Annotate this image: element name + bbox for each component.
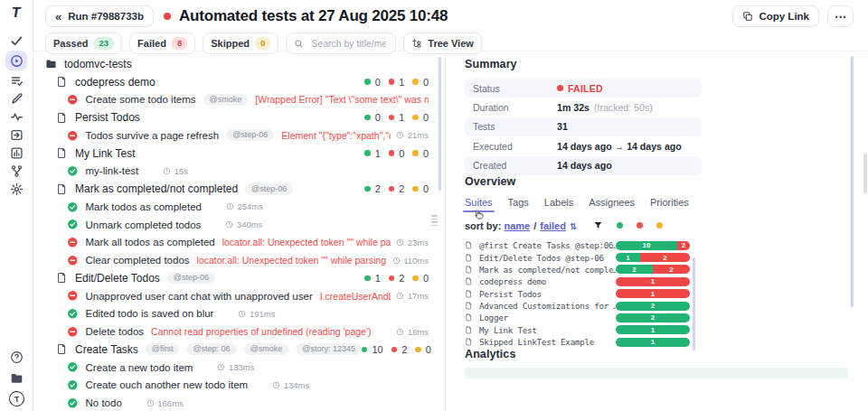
tab-tags[interactable]: Tags [508,197,529,208]
sort-by-label: sort by: [465,220,501,231]
failed-dot [389,79,395,85]
tree-row-test[interactable]: Create ouch another new todo item134ms [45,377,429,395]
suite-result-row[interactable]: Edit/Delete Todos @step-0612 [465,251,690,263]
tree-row-test[interactable]: Mark all todos as completedlocator.all: … [45,234,429,252]
tree-row-test[interactable]: Unmark completed todos340ms [45,216,429,234]
sidebar-item-branches[interactable] [5,162,27,180]
sidebar-item-editor[interactable] [5,89,27,107]
suite-result-row[interactable]: Skipped LinkTest Example1 [465,336,690,348]
suite-list-scrollbar[interactable] [693,257,695,350]
doc-icon [465,313,473,322]
tree-row-test[interactable]: Delete todosCannot read properties of un… [45,322,429,341]
tree-row-suite[interactable]: Create Tasks@first@step: 06@smoke@story:… [45,341,429,359]
tree-row-suite[interactable]: codepress demo010 [45,73,429,91]
tab-assignees[interactable]: Assignees [589,197,635,208]
page-scrollbar-thumb[interactable] [863,154,867,193]
tree-row-test[interactable]: No todo166ms [45,394,429,411]
doc-icon [56,272,68,284]
more-button[interactable]: ⋯ [827,5,854,27]
tag-badge: @story: 12345 [296,343,362,355]
tree-row-test[interactable]: Mark todos as completed254ms [45,198,429,216]
app-logo[interactable]: T [11,5,23,21]
tree-row-test[interactable]: Unapproved user cant chat with unapprove… [45,287,429,305]
copy-icon [742,11,753,22]
result-bar: 102 [616,241,690,250]
failed-dot [389,115,395,121]
suite-result-name: Advanced Customizations for … [479,301,616,311]
tag-badge: @step-06 [226,129,274,141]
sort-by-failed-link[interactable]: failed [540,220,566,231]
tree-scrollbar[interactable] [439,57,441,191]
copy-link-label: Copy Link [759,11,809,22]
filter-funnel-icon[interactable] [593,220,603,230]
folder-filled-icon [45,58,57,70]
tree-row-suite[interactable]: Persist Todos010 [45,108,429,126]
legend-skipped-dot[interactable] [656,222,663,229]
suite-result-row[interactable]: My Link Test1 [465,324,690,336]
fail-icon [67,130,79,142]
tree-row-suite[interactable]: Edit/Delete Todos@step-06120 [45,269,429,287]
sidebar-item-runs[interactable] [5,51,27,70]
sidebar-item-import[interactable] [5,126,27,144]
test-duration: 21ms [396,130,429,140]
sidebar-item-analytics[interactable] [5,144,27,162]
failed-count: 2 [401,344,407,355]
details-scrollbar[interactable] [851,56,854,307]
suite-result-row[interactable]: Logger2 [465,312,690,323]
import-icon [10,128,24,142]
suite-counters: 120 [364,273,429,284]
tree-row-test[interactable]: Clear completed todoslocator.all: Unexpe… [45,251,429,269]
suite-result-row[interactable]: @first Create Tasks @step:06…102 [465,239,690,251]
chart-icon [10,146,24,160]
suite-result-row[interactable]: Persist Todos1 [465,288,690,300]
clock-icon [396,328,404,336]
suite-result-row[interactable]: codepress demo1 [465,276,690,287]
sidebar-bottom-nav: T [5,350,27,406]
legend-passed-dot[interactable] [617,222,623,229]
skipped-dot [412,276,419,282]
sort-by-name-link[interactable]: name [504,220,530,231]
passed-segment: 1 [616,338,690,347]
suite-result-row[interactable]: Advanced Customizations for …2 [465,300,690,312]
tree-row-suite[interactable]: Mark as completed/not completed@step-062… [45,180,429,198]
test-name: my-link-test [86,165,139,176]
sidebar-item-plans[interactable] [5,71,27,89]
sidebar-item-projects[interactable] [5,370,27,385]
tasks-icon [10,74,24,88]
suite-result-name: codepress demo [479,276,616,286]
panel-resize-handle[interactable] [431,215,438,226]
tree-row-test[interactable]: Create a new todo item133ms [45,359,429,377]
copy-link-button[interactable]: Copy Link [732,5,819,27]
summary-row: Created14 days ago [465,156,702,175]
sidebar-item-account[interactable]: T [5,391,27,406]
duration-text: 18ms [408,327,429,337]
duration-text: 134ms [284,380,310,390]
tree-row-suite[interactable]: My Link Test100 [45,145,429,163]
legend-failed-dot[interactable] [637,222,643,229]
suite-counters: 100 [364,148,429,159]
sidebar-item-pulse[interactable] [5,107,27,126]
tree-row-folder[interactable]: todomvc-tests [45,55,429,73]
error-message: [Wrapped Error] "Text \"some text\" was … [255,94,429,105]
sidebar-item-tests[interactable] [5,32,27,50]
test-duration: 166ms [146,398,184,408]
sidebar-item-settings[interactable] [5,180,27,198]
tab-labels[interactable]: Labels [544,197,573,208]
doc-icon [465,326,473,334]
test-duration: 254ms [226,201,263,211]
tree-row-test[interactable]: Edited todo is saved on blur191ms [45,305,429,323]
tree-row-test[interactable]: Todos survive a page refresh@step-06Elem… [45,126,429,145]
tab-suites[interactable]: Suites [465,197,493,208]
fail-icon [67,290,79,302]
tree-row-test[interactable]: Create some todo items@smoke[Wrapped Err… [45,91,429,109]
tab-priorities[interactable]: Priorities [650,197,689,208]
suite-result-row[interactable]: Mark as completed/not comple…22 [465,264,690,276]
pass-icon [67,361,79,373]
summary-label: Status [465,83,557,94]
duration-text: 133ms [229,362,255,372]
tree-row-test[interactable]: my-link-test15s [45,163,429,181]
search-input[interactable] [309,37,388,50]
sidebar-item-help[interactable] [5,350,27,364]
run-back-button[interactable]: « Run #7988733b [45,5,154,27]
passed-count: 1 [375,273,381,284]
